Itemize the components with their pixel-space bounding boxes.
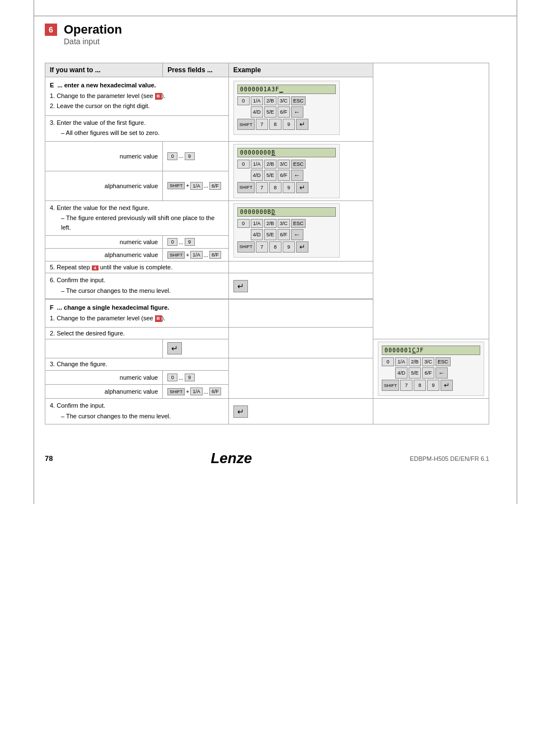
keypad-e1: 0000001A3F_ 0 1/A 2/B 3/C ESC 4/D — [233, 81, 340, 135]
key-5e-e4: 5/E — [264, 229, 277, 240]
col-header-want: If you want to ... — [45, 63, 163, 77]
right-border — [517, 0, 517, 504]
key-back-e4: ← — [291, 229, 303, 240]
step-e5-cell: 5. Repeat step 4 until the value is comp… — [45, 262, 229, 273]
ref-b-badge-1: B — [155, 93, 162, 100]
step-e4-row: 4. Enter the value for the next figure. … — [45, 200, 489, 236]
step-f2-press-btn: ↵ — [163, 339, 228, 358]
pkey-9-2: 9 — [185, 238, 195, 246]
step-e6-content: 6. Confirm the input. – The cursor chang… — [50, 276, 224, 295]
pkey-1a-2: 1/A — [190, 251, 203, 259]
pkey-9-1: 9 — [185, 152, 195, 160]
col-header-example: Example — [228, 63, 373, 77]
key-enter-f2: ↵ — [441, 380, 453, 391]
pkey-enter-e6: ↵ — [233, 280, 248, 292]
step-e3-alpha-label: alphanumeric value — [45, 171, 163, 200]
key-1a: 1/A — [251, 96, 263, 105]
step-f4-row: 4. Confirm the input. – The cursor chang… — [45, 399, 489, 424]
alpha-label-1: alphanumeric value — [105, 183, 158, 189]
plus-f3: + — [186, 389, 189, 395]
step-f2-cell: 2. Select the desired figure. — [45, 328, 229, 339]
key-4d-e3: 4/D — [251, 170, 263, 181]
step-e4-cell: 4. Enter the value for the next figure. … — [45, 200, 229, 236]
key-back-1: ← — [291, 106, 303, 118]
step-f3-alpha-label: alphanumeric value — [45, 385, 163, 399]
footer: 78 Lenze EDBPM-H505 DE/EN/FR 6.1 — [0, 441, 534, 475]
left-border — [34, 0, 34, 504]
press-numeric-1: 0 ... 9 — [167, 152, 223, 160]
step-e3-cell: 3. Enter the value of the first figure. … — [45, 115, 229, 141]
dots-a-1: ... — [204, 183, 208, 189]
example-f2: 0000001CJF 0 1/A 2/B 3/C ESC 4/D — [373, 339, 489, 399]
section-e-title: ... enter a new hexadecimal value. — [57, 82, 156, 88]
display-e1: 0000001A3F_ — [237, 85, 336, 94]
pkey-shift-1: SHIFT — [167, 182, 185, 189]
dots-a-f3: ... — [204, 389, 208, 395]
spacer-e4 — [237, 229, 250, 240]
alpha-label-2: alphanumeric value — [105, 251, 158, 258]
ref-b-badge-2: B — [155, 315, 162, 322]
key-5e-e3: 5/E — [264, 170, 277, 181]
pkey-1a-1: 1/A — [190, 182, 203, 190]
footer-brand: Lenze — [210, 450, 252, 467]
main-table: If you want to ... Press fields ... Exam… — [45, 63, 489, 424]
section-f-cell: F ... change a single hexadecimal figure… — [45, 299, 229, 328]
key-7-f2: 7 — [400, 380, 413, 391]
key-5e-f2: 5/E — [409, 367, 421, 379]
step-e4-content: 4. Enter the value for the next figure. … — [50, 203, 224, 232]
key-7-e4: 7 — [256, 241, 268, 253]
key-shift-e4: SHIFT — [237, 241, 255, 253]
step-f2-press-td — [45, 339, 163, 358]
key-shift-e3: SHIFT — [237, 182, 255, 193]
step-e6-row: 6. Confirm the input. – The cursor chang… — [45, 273, 489, 300]
step-e5-text: 5. Repeat step 4 until the value is comp… — [50, 264, 224, 270]
key-2b-f2: 2/B — [409, 357, 421, 366]
step-f2-press-example — [228, 328, 373, 358]
step-f1: 1. Change to the parameter level (see B)… — [50, 314, 224, 323]
key-4d-e4: 4/D — [251, 229, 263, 240]
step-e6-note: – The cursor changes to the menu level. — [50, 286, 224, 296]
step-e4-numeric-label: numeric value — [45, 236, 163, 249]
section-f-title: ... change a single hexadecimal figure. — [57, 304, 170, 311]
key-4d-f2: 4/D — [395, 367, 407, 379]
press-enter-f2: ↵ — [167, 342, 223, 354]
pkey-shift-2: SHIFT — [167, 251, 185, 259]
footer-page-number: 78 — [45, 454, 53, 463]
step-e3-numeric-row: numeric value 0 ... 9 00000000B — [45, 141, 489, 171]
dots-a-2: ... — [204, 252, 208, 258]
pkey-enter-f4: ↵ — [233, 405, 248, 418]
press-enter-e6: ↵ — [233, 280, 368, 292]
numeric-label-2: numeric value — [120, 239, 158, 245]
step-f4-press: ↵ — [228, 399, 373, 424]
key-8-f2: 8 — [414, 380, 426, 391]
key-9: 9 — [283, 119, 295, 130]
chapter-badge: 6 — [45, 24, 57, 36]
section-e-content: E ... enter a new hexadecimal value. 1. … — [50, 81, 224, 111]
pkey-shift-f3: SHIFT — [167, 388, 185, 395]
key-2b: 2/B — [264, 96, 277, 105]
example-e3: 00000000B 0 1/A 2/B 3/C ESC 4/D — [228, 141, 373, 200]
example-e4: 0000000BD 0 1/A 2/B 3/C ESC 4/D — [228, 200, 373, 262]
pkey-0-1: 0 — [167, 152, 177, 160]
pkey-9-f3: 9 — [185, 374, 195, 381]
plus-2: + — [186, 252, 189, 258]
key-6f-e3: 6/F — [278, 170, 290, 181]
step-e3-text: 3. Enter the value of the first figure. — [50, 118, 224, 128]
key-shift-f2: SHIFT — [382, 380, 399, 391]
step-f3-alpha-press: SHIFT + 1/A ... 6/F — [163, 385, 228, 399]
step-f4-content: 4. Confirm the input. – The cursor chang… — [50, 401, 224, 421]
col-header-press: Press fields ... — [163, 63, 228, 77]
top-border — [34, 16, 517, 16]
key-spacer-1 — [237, 106, 250, 118]
step-e6-press: ↵ — [228, 273, 373, 300]
key-0-f2: 0 — [382, 357, 394, 366]
key-1a-e3: 1/A — [251, 160, 263, 169]
key-esc-e4: ESC — [291, 219, 306, 228]
press-alpha-f3: SHIFT + 1/A ... 6/F — [167, 388, 223, 395]
step-e4-alpha-label: alphanumeric value — [45, 249, 163, 262]
key-7-e3: 7 — [256, 182, 268, 193]
press-alpha-1: SHIFT + 1/A ... 6/F — [167, 182, 223, 190]
key-8-e3: 8 — [269, 182, 282, 193]
step-f3-numeric-label: numeric value — [45, 371, 163, 385]
step-e1: 1. Change to the parameter level (see B)… — [50, 91, 224, 101]
